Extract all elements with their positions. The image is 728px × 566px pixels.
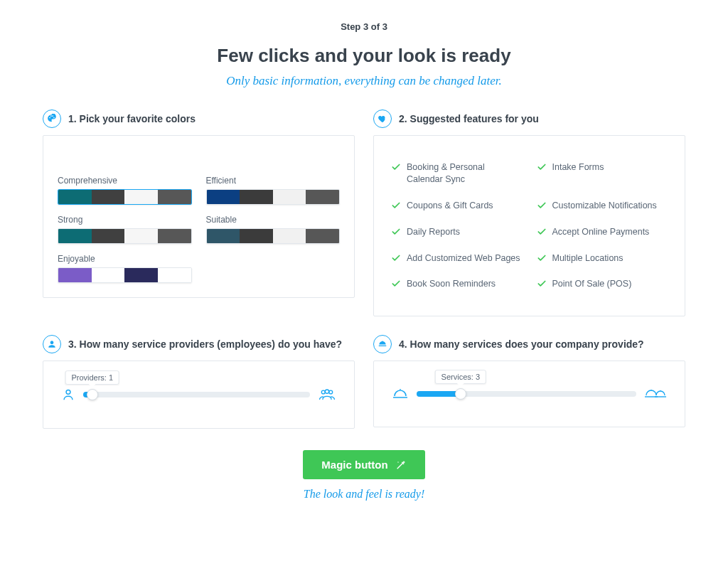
svg-point-1 [321,390,325,394]
magic-button[interactable]: Magic button [303,450,424,479]
feature-label: Coupons & Gift Cards [407,200,493,212]
people-outline-icon [317,387,337,402]
services-tooltip: Services: 3 [435,370,486,384]
providers-slider[interactable]: Providers: 1 [60,387,337,402]
person-outline-icon [60,387,76,402]
providers-tooltip: Providers: 1 [65,370,119,385]
heart-icon [373,110,392,128]
palette-option: Strong [58,215,192,244]
feature-label: Booking & Personal Calendar Sync [407,161,523,186]
page-subtitle: Only basic information, everything can b… [43,74,685,88]
feature-item[interactable]: Booking & Personal Calendar Sync [391,157,523,190]
footer-subtitle: The look and feel is ready! [43,488,685,501]
palette-swatch[interactable] [58,189,192,205]
wand-icon [395,459,407,471]
section-features: 2. Suggested features for you Booking & … [373,110,685,316]
wizard-header: Step 3 of 3 Few clicks and your look is … [43,21,685,88]
feature-item[interactable]: Daily Reports [391,222,523,242]
feature-item[interactable]: Coupons & Gift Cards [391,196,523,216]
palette-icon [43,110,61,128]
svg-point-2 [329,390,333,394]
svg-point-3 [325,390,328,393]
feature-label: Add Customized Web Pages [407,252,520,265]
section-providers-title: 3. How many service providers (employees… [68,338,342,350]
palette-option: Efficient [206,176,341,205]
palette-label: Strong [58,215,192,225]
palette-label: Efficient [206,176,341,186]
palette-swatch[interactable] [206,189,341,205]
cloche-icon [373,335,392,353]
feature-label: Book Soon Reminders [407,278,496,290]
page-title: Few clicks and your look is ready [43,45,685,67]
palette-option: Comprehensive [58,176,192,205]
feature-label: Daily Reports [407,226,460,238]
section-colors-title: 1. Pick your favorite colors [68,113,196,124]
section-colors: 1. Pick your favorite colors Comprehensi… [43,110,355,316]
feature-item[interactable]: Book Soon Reminders [391,274,523,294]
svg-point-4 [397,461,398,462]
feature-item[interactable]: Intake Forms [537,157,668,190]
section-features-title: 2. Suggested features for you [399,113,539,124]
service-multi-icon [643,387,668,401]
section-services-title: 4. How many services does your company p… [399,338,644,350]
palette-swatch[interactable] [58,267,192,283]
feature-label: Accept Online Payments [552,226,650,238]
section-services: 4. How many services does your company p… [373,335,685,429]
section-providers: 3. How many service providers (employees… [43,335,355,429]
person-icon [43,335,61,353]
feature-label: Customizable Notifications [552,200,657,212]
palette-option: Enjoyable [58,254,192,283]
palette-option: Suitable [206,215,341,244]
svg-point-0 [66,390,70,395]
feature-item[interactable]: Multiple Locations [537,248,668,269]
services-slider[interactable]: Services: 3 [391,387,668,401]
service-small-icon [391,387,410,401]
magic-button-label: Magic button [321,459,387,471]
palette-swatch[interactable] [206,228,341,244]
palette-label: Enjoyable [58,254,192,264]
feature-label: Multiple Locations [552,252,623,265]
palette-label: Comprehensive [58,176,192,186]
palette-swatch[interactable] [58,228,192,244]
feature-item[interactable]: Customizable Notifications [537,196,668,216]
feature-label: Point Of Sale (POS) [552,278,632,290]
palette-label: Suitable [206,215,341,225]
feature-item[interactable]: Accept Online Payments [537,222,668,242]
step-indicator: Step 3 of 3 [43,21,685,32]
feature-item[interactable]: Add Customized Web Pages [391,248,523,269]
feature-label: Intake Forms [552,161,604,186]
feature-item[interactable]: Point Of Sale (POS) [537,274,668,294]
